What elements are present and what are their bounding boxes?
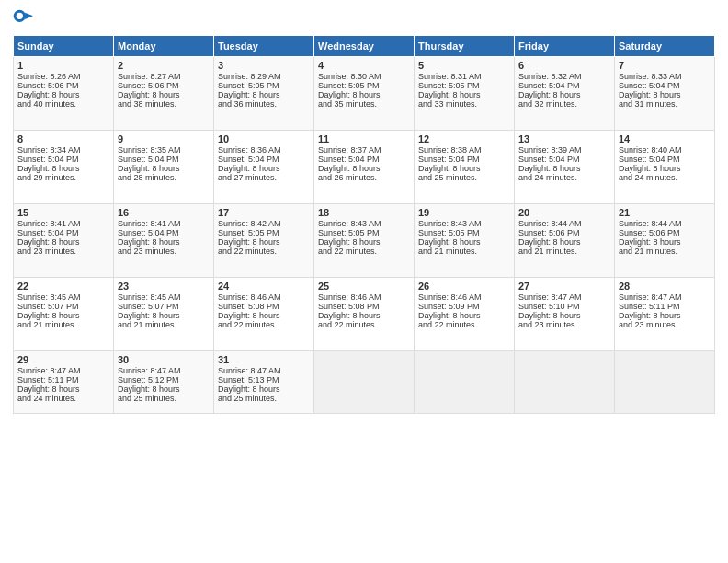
calendar-week-4: 22Sunrise: 8:45 AMSunset: 5:07 PMDayligh… xyxy=(14,278,715,351)
day-info-line: Sunset: 5:05 PM xyxy=(318,228,410,237)
day-info-line: Sunset: 5:05 PM xyxy=(218,228,310,237)
day-info-line: and 27 minutes. xyxy=(218,173,310,182)
day-info-line: Daylight: 8 hours xyxy=(318,164,410,173)
day-info-line: Sunset: 5:06 PM xyxy=(619,228,711,237)
day-info-line: Daylight: 8 hours xyxy=(518,90,610,99)
day-info-line: and 22 minutes. xyxy=(218,320,310,329)
calendar-cell xyxy=(515,351,615,414)
calendar-header-tuesday: Tuesday xyxy=(214,36,314,57)
day-number: 12 xyxy=(418,133,510,144)
day-info-line: Sunset: 5:05 PM xyxy=(418,81,510,90)
day-number: 27 xyxy=(518,281,610,292)
day-info-line: Sunrise: 8:39 AM xyxy=(518,145,610,155)
day-info-line: Sunset: 5:10 PM xyxy=(518,302,610,311)
day-info-line: Daylight: 8 hours xyxy=(518,311,610,320)
day-number: 11 xyxy=(318,133,410,144)
day-info-line: Daylight: 8 hours xyxy=(218,385,310,394)
day-info-line: and 24 minutes. xyxy=(17,394,109,403)
day-number: 28 xyxy=(619,281,711,292)
day-number: 16 xyxy=(118,207,210,218)
day-info-line: Daylight: 8 hours xyxy=(518,164,610,173)
page: SundayMondayTuesdayWednesdayThursdayFrid… xyxy=(0,0,728,563)
day-info-line: Daylight: 8 hours xyxy=(619,164,711,173)
day-number: 14 xyxy=(619,133,711,144)
day-info-line: Sunrise: 8:41 AM xyxy=(118,219,210,228)
day-info-line: Sunset: 5:07 PM xyxy=(118,302,210,311)
day-info-line: Sunset: 5:05 PM xyxy=(418,228,510,237)
day-number: 15 xyxy=(17,207,109,218)
calendar-cell: 14Sunrise: 8:40 AMSunset: 5:04 PMDayligh… xyxy=(615,131,715,204)
day-info-line: Daylight: 8 hours xyxy=(17,164,109,173)
day-info-line: Sunset: 5:04 PM xyxy=(118,228,210,237)
day-info-line: Daylight: 8 hours xyxy=(418,164,510,173)
day-info-line: Daylight: 8 hours xyxy=(17,237,109,247)
day-info-line: Sunset: 5:04 PM xyxy=(17,155,109,164)
calendar-cell: 9Sunrise: 8:35 AMSunset: 5:04 PMDaylight… xyxy=(114,131,214,204)
day-info-line: and 24 minutes. xyxy=(518,173,610,182)
day-info-line: and 40 minutes. xyxy=(17,99,109,109)
day-info-line: and 24 minutes. xyxy=(619,173,711,182)
calendar-cell: 3Sunrise: 8:29 AMSunset: 5:05 PMDaylight… xyxy=(214,57,314,131)
day-info-line: Sunrise: 8:27 AM xyxy=(118,72,210,81)
day-info-line: and 23 minutes. xyxy=(619,320,711,329)
calendar-header-monday: Monday xyxy=(114,36,214,57)
day-info-line: Sunrise: 8:47 AM xyxy=(17,366,109,375)
day-number: 29 xyxy=(17,354,109,365)
day-info-line: Daylight: 8 hours xyxy=(218,164,310,173)
calendar-cell: 30Sunrise: 8:47 AMSunset: 5:12 PMDayligh… xyxy=(114,351,214,414)
day-info-line: Sunrise: 8:42 AM xyxy=(218,219,310,228)
day-info-line: and 33 minutes. xyxy=(418,99,510,109)
day-info-line: Sunrise: 8:32 AM xyxy=(518,72,610,81)
calendar-cell: 20Sunrise: 8:44 AMSunset: 5:06 PMDayligh… xyxy=(515,204,615,278)
day-info-line: and 22 minutes. xyxy=(318,320,410,329)
day-info-line: and 21 minutes. xyxy=(619,247,711,256)
day-info-line: and 25 minutes. xyxy=(218,394,310,403)
day-info-line: Sunrise: 8:46 AM xyxy=(318,293,410,302)
day-info-line: Sunrise: 8:29 AM xyxy=(218,72,310,81)
day-info-line: Sunrise: 8:34 AM xyxy=(17,145,109,155)
calendar-cell: 10Sunrise: 8:36 AMSunset: 5:04 PMDayligh… xyxy=(214,131,314,204)
day-number: 5 xyxy=(418,60,510,71)
day-info-line: Daylight: 8 hours xyxy=(218,311,310,320)
calendar-cell: 13Sunrise: 8:39 AMSunset: 5:04 PMDayligh… xyxy=(515,131,615,204)
day-info-line: Sunrise: 8:47 AM xyxy=(118,366,210,375)
day-number: 17 xyxy=(218,207,310,218)
day-info-line: Daylight: 8 hours xyxy=(418,311,510,320)
day-info-line: Sunrise: 8:35 AM xyxy=(118,145,210,155)
calendar-cell: 29Sunrise: 8:47 AMSunset: 5:11 PMDayligh… xyxy=(14,351,114,414)
day-info-line: Sunrise: 8:44 AM xyxy=(518,219,610,228)
day-info-line: and 23 minutes. xyxy=(518,320,610,329)
calendar-cell: 8Sunrise: 8:34 AMSunset: 5:04 PMDaylight… xyxy=(14,131,114,204)
calendar-cell: 27Sunrise: 8:47 AMSunset: 5:10 PMDayligh… xyxy=(515,278,615,351)
day-info-line: Sunrise: 8:38 AM xyxy=(418,145,510,155)
calendar-header-saturday: Saturday xyxy=(615,36,715,57)
day-info-line: Sunrise: 8:37 AM xyxy=(318,145,410,155)
day-info-line: Sunrise: 8:45 AM xyxy=(17,293,109,302)
day-info-line: Sunset: 5:05 PM xyxy=(218,81,310,90)
day-info-line: and 23 minutes. xyxy=(118,247,210,256)
day-info-line: Sunset: 5:13 PM xyxy=(218,375,310,385)
svg-point-1 xyxy=(17,13,23,19)
calendar-table: SundayMondayTuesdayWednesdayThursdayFrid… xyxy=(13,35,715,414)
day-info-line: Sunrise: 8:31 AM xyxy=(418,72,510,81)
calendar-cell: 2Sunrise: 8:27 AMSunset: 5:06 PMDaylight… xyxy=(114,57,214,131)
day-info-line: Sunrise: 8:36 AM xyxy=(218,145,310,155)
calendar-week-2: 8Sunrise: 8:34 AMSunset: 5:04 PMDaylight… xyxy=(14,131,715,204)
day-number: 22 xyxy=(17,281,109,292)
calendar-cell: 24Sunrise: 8:46 AMSunset: 5:08 PMDayligh… xyxy=(214,278,314,351)
day-number: 24 xyxy=(218,281,310,292)
calendar-week-1: 1Sunrise: 8:26 AMSunset: 5:06 PMDaylight… xyxy=(14,57,715,131)
day-info-line: Sunset: 5:05 PM xyxy=(318,81,410,90)
day-info-line: and 29 minutes. xyxy=(17,173,109,182)
calendar-cell: 12Sunrise: 8:38 AMSunset: 5:04 PMDayligh… xyxy=(415,131,515,204)
day-number: 18 xyxy=(318,207,410,218)
day-info-line: Daylight: 8 hours xyxy=(318,237,410,247)
day-info-line: Sunset: 5:06 PM xyxy=(118,81,210,90)
day-number: 25 xyxy=(318,281,410,292)
day-info-line: and 36 minutes. xyxy=(218,99,310,109)
day-info-line: Daylight: 8 hours xyxy=(218,90,310,99)
day-number: 1 xyxy=(17,60,109,71)
day-info-line: Daylight: 8 hours xyxy=(418,237,510,247)
day-info-line: Sunrise: 8:30 AM xyxy=(318,72,410,81)
day-number: 2 xyxy=(118,60,210,71)
